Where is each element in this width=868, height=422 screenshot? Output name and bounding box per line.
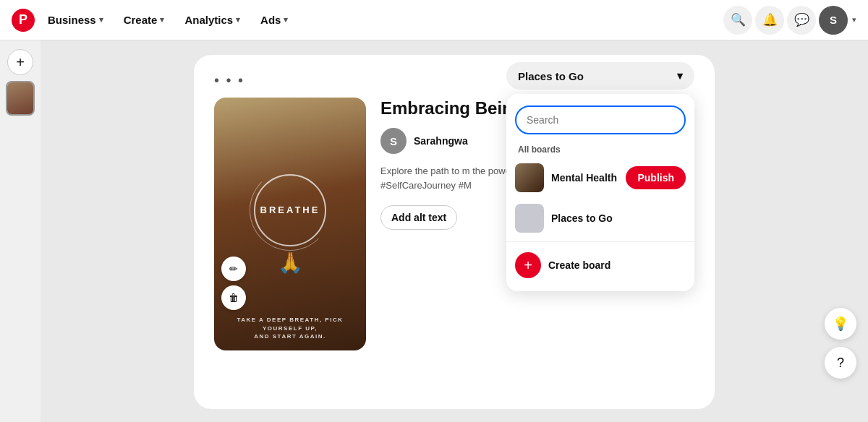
analytics-chevron-icon: ▾ (236, 15, 240, 25)
add-alt-text-button[interactable]: Add alt text (380, 205, 457, 230)
author-name: Sarahngwa (414, 135, 468, 147)
places-to-go-board-name: Places to Go (551, 212, 686, 224)
pin-edit-button[interactable]: ✏ (221, 257, 246, 281)
messages-icon-button[interactable]: 💬 (787, 6, 816, 35)
help-float-button[interactable]: ? (825, 347, 856, 379)
pin-editor-card: • • • BREATHE 🙏 TAKE A DEEP BREATH, PICK… (194, 55, 715, 409)
create-chevron-icon: ▾ (160, 15, 164, 25)
sidebar-thumbnail-image (7, 82, 33, 114)
hands-icon: 🙏 (278, 251, 303, 275)
right-floating-buttons: 💡 ? (825, 308, 856, 379)
breathe-text: BREATHE (260, 204, 320, 215)
mental-health-board-name: Mental Health (551, 172, 618, 184)
create-board-item[interactable]: + Create board (506, 245, 694, 285)
ads-nav-item[interactable]: Ads ▾ (253, 9, 295, 30)
top-navigation: P Business ▾ Create ▾ Analytics ▾ Ads ▾ … (0, 0, 868, 40)
search-icon-button[interactable]: 🔍 (723, 6, 752, 35)
mental-health-board-thumbnail (515, 163, 544, 192)
user-menu-chevron-icon[interactable]: ▾ (852, 15, 856, 25)
left-sidebar: + (0, 40, 41, 422)
breathe-circle-decoration: BREATHE (254, 174, 326, 246)
main-content: • • • BREATHE 🙏 TAKE A DEEP BREATH, PICK… (41, 40, 868, 422)
board-places-to-go-item[interactable]: Places to Go (506, 198, 694, 238)
pin-edit-buttons: ✏ 🗑 (221, 257, 246, 310)
selected-board-label: Places to Go (518, 70, 584, 82)
business-chevron-icon: ▾ (99, 15, 103, 25)
dropdown-divider (506, 241, 694, 242)
author-avatar: S (380, 128, 407, 154)
pin-image-background: BREATHE 🙏 (214, 98, 366, 350)
places-to-go-board-thumbnail (515, 204, 544, 233)
board-mental-health-item[interactable]: Mental Health Publish (506, 158, 694, 198)
create-board-icon: + (515, 252, 541, 278)
pin-subtext: TAKE A DEEP BREATH, PICK YOURSELF UP, AN… (214, 316, 366, 340)
board-search-input[interactable] (515, 106, 686, 134)
nav-icons: 🔍 🔔 💬 S ▾ (723, 6, 856, 35)
create-nav-item[interactable]: Create ▾ (116, 9, 172, 30)
analytics-nav-item[interactable]: Analytics ▾ (177, 9, 247, 30)
pin-image-container: BREATHE 🙏 TAKE A DEEP BREATH, PICK YOURS… (214, 98, 366, 350)
business-nav-item[interactable]: Business ▾ (41, 9, 111, 30)
board-select-area: Places to Go ▾ All boards Mental Health … (506, 62, 694, 291)
board-search-wrap (506, 100, 694, 140)
all-boards-label: All boards (506, 140, 694, 158)
ads-chevron-icon: ▾ (284, 15, 288, 25)
sidebar-add-button[interactable]: + (7, 49, 33, 75)
board-select-chevron-icon: ▾ (677, 69, 683, 82)
sidebar-thumbnail[interactable] (6, 81, 35, 116)
user-avatar[interactable]: S (819, 6, 848, 35)
pinterest-logo[interactable]: P (12, 9, 35, 32)
pin-delete-button[interactable]: 🗑 (221, 285, 246, 310)
board-dropdown-menu: All boards Mental Health Publish Places … (506, 94, 694, 291)
publish-button[interactable]: Publish (626, 166, 686, 189)
notifications-icon-button[interactable]: 🔔 (755, 6, 784, 35)
pin-more-options-button[interactable]: • • • (214, 72, 244, 89)
lightbulb-float-button[interactable]: 💡 (825, 308, 856, 340)
board-select-button[interactable]: Places to Go ▾ (506, 62, 694, 90)
create-board-label: Create board (548, 259, 610, 271)
